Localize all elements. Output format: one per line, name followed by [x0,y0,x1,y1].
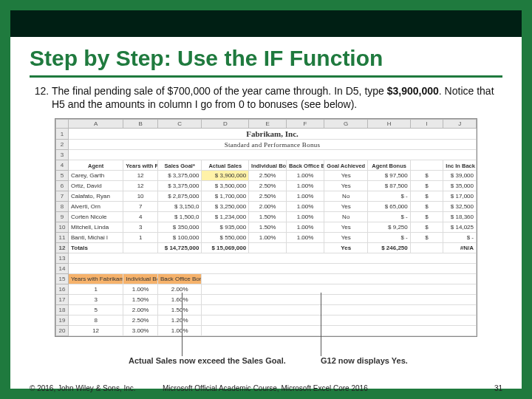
bonus-row: 1731.50%1.60% [56,295,477,305]
step-12: The final pending sale of $700,000 of th… [52,85,502,111]
col-g: G [324,120,368,129]
spreadsheet-screenshot: A B C D E F G H I J 1Fabrikam, Inc. 2Sta… [55,118,477,337]
col-f: F [287,120,324,129]
bonus-table-header: 15Years with FabrikamIndividual BonusBac… [56,274,477,284]
footer-page: 31 [494,384,502,392]
sheet-subtitle: Standard and Performance Bonus [68,140,476,150]
spreadsheet-grid: A B C D E F G H I J 1Fabrikam, Inc. 2Sta… [55,119,477,336]
annotation-left: Actual Sales now exceed the Sales Goal. [129,356,286,365]
hdr-goal: Sales Goal* [157,160,201,171]
table-header-row: 4 Agent Years with Fabrikam Sales Goal* … [56,160,477,171]
slide-frame: Step by Step: Use the IF Function The fi… [0,0,532,399]
annotations: Actual Sales now exceed the Sales Goal. … [55,344,476,366]
slide-title: Step by Step: Use the IF Function [30,46,502,71]
title-underline [30,75,502,78]
col-e: E [249,120,287,129]
table-row: 7Calafato, Ryan10$ 2,875,000$ 1,700,0002… [56,191,477,202]
table-row: 8Alverti, Orn7$ 3,150,0 $ 3,250,0002.00%… [56,202,477,212]
hdr-years: Years with Fabrikam [123,160,158,171]
table-row: 9Corten Nicole4$ 1,500,0 $ 1,234,0001.50… [56,212,477,222]
content-area: Step by Step: Use the IF Function The fi… [30,46,502,369]
bonus-row: 1982.50%1.20% [56,316,477,326]
table-row: 5Carey, Garth12$ 3,375,000$ 3,900,0002.5… [56,171,477,181]
step-12-text-before: The final pending sale of $700,000 of th… [52,85,387,97]
col-h: H [368,120,410,129]
col-c: C [157,120,201,129]
bonus-row: 1611.00%2.00% [56,284,477,295]
annotation-right: G12 now displays Yes. [321,356,408,365]
hdr-actual: Actual Sales [202,160,249,171]
hdr-rate: Individual Bonus Rate [249,160,287,171]
col-b: B [123,120,158,129]
col-a: A [68,120,123,129]
company-title: Fabrikam, Inc. [68,129,476,140]
hdr-bo-rate: Back Office Bonus Rate [287,160,324,171]
hdr-agent: Agent [68,160,123,171]
top-band [10,10,522,37]
col-j: J [443,120,477,129]
footer-course: Microsoft Official Academic Course, Micr… [163,384,368,392]
table-row: 10Mitchell, Linda3$ 350,000$ 935,0001.50… [56,222,477,233]
column-headers: A B C D E F G H I J [56,120,477,129]
hdr-goal-ach: Goal Achieved [324,160,368,171]
table-row: 11Banti, Michai l1$ 100,000$ 550,0001.00… [56,233,477,243]
step-12-bold: $3,900,000 [387,85,439,97]
footer-copyright: © 2016, John Wiley & Sons, Inc. [30,384,136,392]
bonus-row: 20123.00%1.00% [56,326,477,336]
callout-line-left [182,293,183,356]
col-i: I [410,120,443,129]
hdr-agent-bonus: Agent Bonus [368,160,410,171]
callout-line-right [321,293,321,356]
hdr-back-office: Inc In Back Office [443,160,477,171]
col-d: D [202,120,249,129]
table-row: 6Ortiz, David12$ 3,375,000$ 3,500,0002.5… [56,181,477,191]
bonus-row: 1852.00%1.50% [56,305,477,316]
col-blank [56,120,69,129]
totals-row: 12Totals$ 14,725,000$ 15,069,000Yes$ 246… [56,243,477,253]
step-list: The final pending sale of $700,000 of th… [30,85,502,111]
